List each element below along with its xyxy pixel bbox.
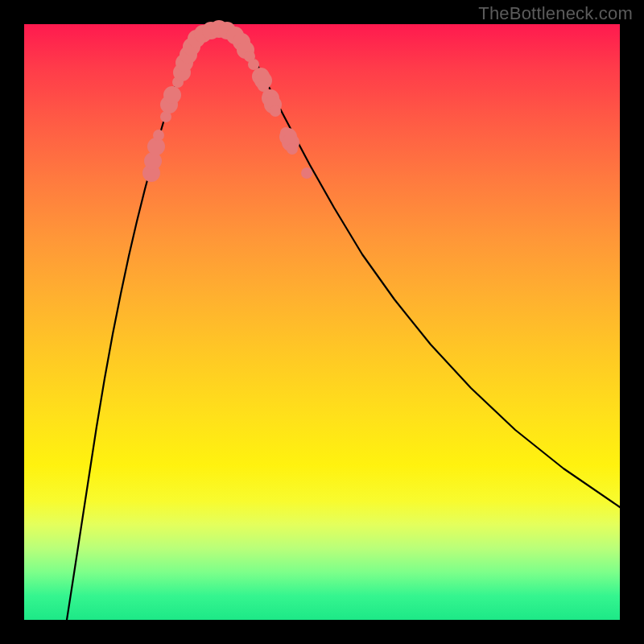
marker-dot	[287, 143, 298, 155]
watermark-text: TheBottleneck.com	[478, 3, 633, 24]
marker-dot	[163, 86, 181, 104]
curve-markers	[142, 20, 312, 182]
curve-lines	[67, 29, 620, 620]
series-left-branch	[67, 39, 195, 620]
marker-dot	[153, 130, 164, 141]
marker-dot	[301, 167, 312, 179]
series-right-branch	[240, 39, 620, 507]
chart-frame: TheBottleneck.com	[0, 0, 644, 644]
curve-svg	[24, 24, 620, 620]
plot-area	[24, 24, 620, 620]
marker-dot	[270, 105, 281, 117]
